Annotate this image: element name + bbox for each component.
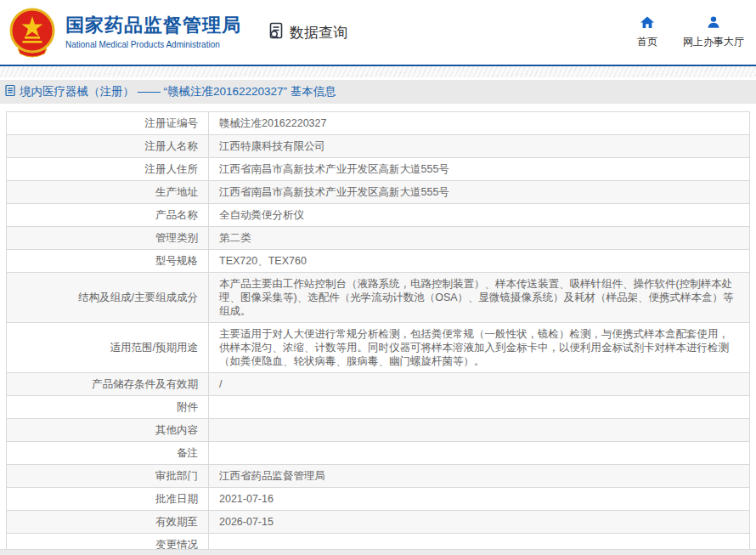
row-label: 有效期至 <box>7 511 209 534</box>
row-value <box>209 396 750 419</box>
row-value <box>209 419 750 442</box>
row-label: 生产地址 <box>7 181 209 204</box>
row-value: / <box>209 373 750 396</box>
nav-home[interactable]: 首页 <box>637 16 657 49</box>
row-value: 江西省南昌市高新技术产业开发区高新大道555号 <box>209 158 750 181</box>
national-emblem-logo <box>7 7 58 58</box>
page: 国家药品监督管理局 National Medical Products Admi… <box>0 0 756 555</box>
row-value: 江西省药品监督管理局 <box>209 465 750 488</box>
row-label: 适用范围/预期用途 <box>7 323 209 373</box>
document-icon <box>5 84 20 99</box>
nav-home-label: 首页 <box>637 35 657 49</box>
home-icon <box>640 16 655 35</box>
row-label: 结构及组成/主要组成成分 <box>7 273 209 323</box>
person-icon <box>706 16 721 35</box>
site-subtitle: National Medical Products Administration <box>65 40 241 49</box>
table-row: 注册证编号 赣械注准20162220327 <box>7 112 750 135</box>
row-label: 产品储存条件及有效期 <box>7 373 209 396</box>
row-label: 审批部门 <box>7 465 209 488</box>
row-label: 其他内容 <box>7 419 209 442</box>
document-search-icon <box>267 21 290 44</box>
breadcrumb: 境内医疗器械（注册） —— “赣械注准20162220327” 基本信息 <box>0 80 756 104</box>
data-query-label: 数据查询 <box>290 23 347 42</box>
row-value: 全自动粪便分析仪 <box>209 204 750 227</box>
table-row: 生产地址 江西省南昌市高新技术产业开发区高新大道555号 <box>7 181 750 204</box>
row-value: TEX720、TEX760 <box>209 250 750 273</box>
table-row: 产品储存条件及有效期 / <box>7 373 750 396</box>
row-value: 江西省南昌市高新技术产业开发区高新大道555号 <box>209 181 750 204</box>
header-nav: 首页 网上办事大厅 <box>637 16 744 49</box>
row-value: 江西特康科技有限公司 <box>209 135 750 158</box>
table-row: 注册人名称 江西特康科技有限公司 <box>7 135 750 158</box>
table-row: 审批部门 江西省药品监督管理局 <box>7 465 750 488</box>
table-row: 附件 <box>7 396 750 419</box>
row-value: 2021-07-16 <box>209 488 750 511</box>
row-label: 附件 <box>7 396 209 419</box>
row-value: 第二类 <box>209 227 750 250</box>
table-row: 注册人住所 江西省南昌市高新技术产业开发区高新大道555号 <box>7 158 750 181</box>
breadcrumb-text: 境内医疗器械（注册） —— “赣械注准20162220327” 基本信息 <box>20 84 336 99</box>
table-row: 结构及组成/主要组成成分 本产品主要由工作站控制台（液路系统，电路控制装置）、样… <box>7 273 750 323</box>
row-value <box>209 442 750 465</box>
row-value: 2026-07-15 <box>209 511 750 534</box>
table-row: 批准日期 2021-07-16 <box>7 488 750 511</box>
table-row: 备注 <box>7 442 750 465</box>
row-label: 注册人名称 <box>7 135 209 158</box>
table-row: 有效期至 2026-07-15 <box>7 511 750 534</box>
row-label: 管理类别 <box>7 227 209 250</box>
table-row: 其他内容 <box>7 419 750 442</box>
row-value: 主要适用于对人大便进行常规分析检测，包括粪便常规（一般性状，镜检）检测，与便携式… <box>209 323 750 373</box>
row-value: 赣械注准20162220327 <box>209 112 750 135</box>
row-label: 注册人住所 <box>7 158 209 181</box>
table-row: 型号规格 TEX720、TEX760 <box>7 250 750 273</box>
nav-service-hall[interactable]: 网上办事大厅 <box>683 16 744 49</box>
row-label: 备注 <box>7 442 209 465</box>
row-label: 产品名称 <box>7 204 209 227</box>
table-row: 产品名称 全自动粪便分析仪 <box>7 204 750 227</box>
row-value: 本产品主要由工作站控制台（液路系统，电路控制装置）、样本传送装置、吸样针组件、操… <box>209 273 750 323</box>
table-row: 管理类别 第二类 <box>7 227 750 250</box>
title-block: 国家药品监督管理局 National Medical Products Admi… <box>65 15 241 48</box>
data-query-tab[interactable]: 数据查询 <box>267 21 347 44</box>
row-label: 注册证编号 <box>7 112 209 135</box>
site-title: 国家药品监督管理局 <box>65 15 241 36</box>
hatched-strip <box>0 66 756 77</box>
nav-service-hall-label: 网上办事大厅 <box>683 35 744 49</box>
horizontal-scrollbar[interactable] <box>0 549 756 555</box>
site-header: 国家药品监督管理局 National Medical Products Admi… <box>0 0 756 65</box>
row-label: 批准日期 <box>7 488 209 511</box>
row-label: 型号规格 <box>7 250 209 273</box>
info-table: 注册证编号 赣械注准20162220327 注册人名称 江西特康科技有限公司 注… <box>6 111 750 555</box>
table-row: 适用范围/预期用途 主要适用于对人大便进行常规分析检测，包括粪便常规（一般性状，… <box>7 323 750 373</box>
